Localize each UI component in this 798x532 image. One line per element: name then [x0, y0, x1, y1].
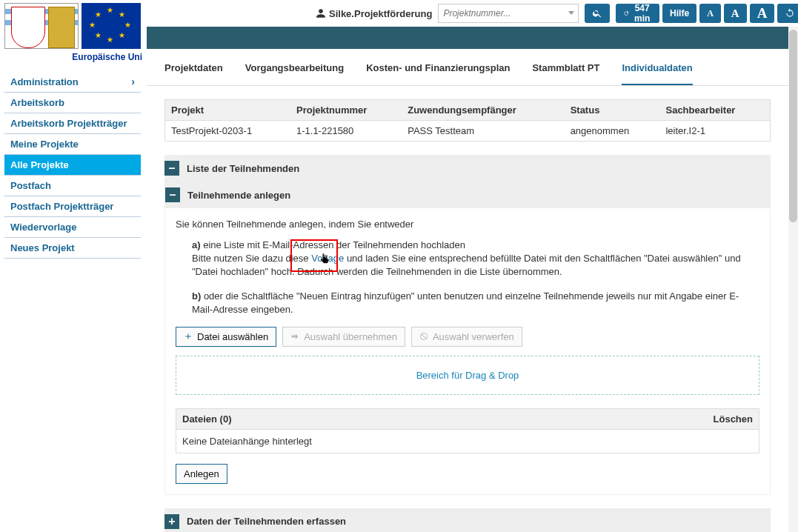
eu-label: Europäische Uni	[4, 52, 145, 62]
intro-text: Sie können Teilnehmende anlegen, indem S…	[176, 219, 759, 230]
create-button[interactable]: Anlegen	[176, 464, 227, 484]
table-row: TestProjekt-0203-1 1-1.1-221580 PASS Tes…	[165, 121, 771, 142]
accept-selection-button: Auswahl übernehmen	[282, 327, 405, 347]
panel-header: + Daten der Teilnehmenden erfassen	[164, 508, 771, 532]
cell-status: angenommen	[565, 121, 660, 142]
nav-neues-projekt[interactable]: Neues Projekt	[4, 238, 141, 259]
current-user: Silke.Projektförderung	[316, 8, 432, 19]
no-files-text: Keine Dateianhänge hinterlegt	[182, 436, 312, 447]
font-size-small-button[interactable]: A	[699, 4, 721, 23]
panel-liste-teilnehmende: – Liste der Teilnehmenden – Teilnehmende…	[164, 155, 771, 495]
help-button[interactable]: Hilfe	[662, 4, 696, 23]
nav-label: Postfach	[10, 180, 51, 191]
tab-individualdaten[interactable]: Individualdaten	[622, 59, 692, 85]
main-content: Projektdaten Vorgangsbearbeitung Kosten-…	[147, 49, 788, 532]
sub-header-bar	[147, 27, 788, 49]
reload-button[interactable]	[777, 4, 798, 23]
option-b-prefix: b)	[192, 290, 204, 302]
timer-refresh-button[interactable]: 547 min	[616, 4, 659, 23]
panel-header: – Liste der Teilnehmenden	[164, 155, 771, 182]
bavaria-coat-logo	[4, 3, 79, 49]
tab-projektdaten[interactable]: Projektdaten	[164, 59, 223, 85]
nav-label: Meine Projekte	[10, 139, 79, 150]
option-a: a) eine Liste mit E-Mail-Adressen der Te…	[192, 239, 759, 279]
font-size-large-button[interactable]: A	[750, 4, 775, 23]
timer-value: 547 min	[632, 3, 652, 24]
user-icon	[316, 8, 326, 19]
nav-label: Neues Projekt	[10, 242, 75, 253]
nav-label: Arbeitskorb	[10, 97, 64, 108]
nav-label: Postfach Projektträger	[10, 201, 113, 212]
cell-sachbearbeiter: leiter.I2-1	[659, 121, 770, 142]
btn-label: Auswahl übernehmen	[304, 331, 397, 342]
expand-toggle[interactable]: +	[164, 514, 179, 529]
option-a-line2a: Bitte nutzen Sie dazu diese	[192, 253, 311, 264]
panel-title: Liste der Teilnehmenden	[187, 163, 299, 174]
nav-administration[interactable]: Administration›	[4, 71, 141, 93]
top-bar: Silke.Projektförderung 547 min Hilfe A A…	[147, 0, 798, 27]
project-number-search[interactable]	[438, 4, 579, 23]
nav-alle-projekte[interactable]: Alle Projekte	[4, 155, 141, 176]
nav-arbeitskorb[interactable]: Arbeitskorb	[4, 93, 141, 113]
nav-label: Alle Projekte	[10, 159, 69, 170]
option-b: b) oder die Schaltfläche "Neuen Eintrag …	[192, 290, 759, 316]
panel-title: Daten der Teilnehmenden erfassen	[187, 516, 346, 527]
search-icon	[592, 8, 602, 19]
cell-empfaenger: PASS Testteam	[402, 121, 564, 142]
tab-bar: Projektdaten Vorgangsbearbeitung Kosten-…	[147, 49, 788, 86]
cell-projekt: TestProjekt-0203-1	[165, 121, 290, 142]
share-icon	[290, 332, 299, 341]
btn-label: Auswahl verwerfen	[433, 331, 514, 342]
th-sachbearbeiter: Sachbearbeiter	[659, 100, 770, 121]
drag-drop-zone[interactable]: Bereich für Drag & Drop	[176, 356, 759, 395]
files-count: Dateien (0)	[182, 413, 231, 425]
option-b-text: oder die Schaltfläche "Neuen Eintrag hin…	[192, 290, 739, 315]
refresh-icon	[623, 8, 629, 19]
project-info-table: Projekt Projektnummer Zuwendungsempfänge…	[164, 99, 771, 142]
font-size-medium-button[interactable]: A	[724, 4, 747, 23]
nav-label: Administration	[10, 76, 79, 87]
template-link[interactable]: Vorlage	[311, 253, 344, 264]
btn-label: Datei auswählen	[197, 331, 268, 342]
delete-column: Löschen	[714, 413, 753, 425]
discard-selection-button: Auswahl verwerfen	[411, 327, 522, 347]
tab-kosten[interactable]: Kosten- und Finanzierungsplan	[366, 59, 510, 85]
cancel-icon	[419, 332, 428, 341]
search-button[interactable]	[585, 4, 610, 23]
logo-area: ★★★★★★★★ Europäische Uni	[4, 3, 145, 62]
th-status: Status	[565, 100, 660, 121]
files-table-body: Keine Dateianhänge hinterlegt	[176, 430, 759, 453]
collapse-toggle[interactable]: –	[164, 161, 179, 176]
files-table-header: Dateien (0) Löschen	[176, 408, 759, 430]
user-name: Silke.Projektförderung	[329, 8, 432, 19]
nav-postfach[interactable]: Postfach	[4, 176, 141, 196]
option-a-prefix: a)	[192, 239, 203, 250]
th-projektnummer: Projektnummer	[290, 100, 402, 121]
inner-panel-header: – Teilnehmende anlegen	[165, 182, 770, 208]
nav-label: Wiedervorlage	[10, 222, 76, 233]
th-empfaenger: Zuwendungsempfänger	[402, 100, 564, 121]
collapse-toggle[interactable]: –	[165, 187, 180, 202]
scrollbar-thumb[interactable]	[789, 30, 797, 222]
sidebar-nav: Administration› Arbeitskorb Arbeitskorb …	[4, 71, 141, 259]
th-projekt: Projekt	[165, 100, 290, 121]
nav-postfach-pt[interactable]: Postfach Projektträger	[4, 196, 141, 217]
nav-wiedervorlage[interactable]: Wiedervorlage	[4, 217, 141, 238]
eu-flag-logo: ★★★★★★★★	[82, 3, 141, 49]
cell-projektnummer: 1-1.1-221580	[290, 121, 402, 142]
dropdown-caret-icon[interactable]	[568, 11, 574, 15]
select-file-button[interactable]: Datei auswählen	[176, 327, 276, 347]
nav-meine-projekte[interactable]: Meine Projekte	[4, 134, 141, 155]
option-a-line1: eine Liste mit E-Mail-Adressen der Teiln…	[203, 239, 465, 250]
nav-arbeitskorb-pt[interactable]: Arbeitskorb Projektträger	[4, 113, 141, 134]
reload-icon	[785, 8, 795, 19]
chevron-right-icon: ›	[131, 76, 135, 87]
tab-stammblatt[interactable]: Stammblatt PT	[532, 59, 599, 85]
plus-icon	[184, 332, 193, 341]
inner-panel-title: Teilnehmende anlegen	[187, 190, 290, 201]
vertical-scrollbar[interactable]	[788, 27, 798, 532]
nav-label: Arbeitskorb Projektträger	[10, 118, 127, 129]
tab-vorgangsbearbeitung[interactable]: Vorgangsbearbeitung	[245, 59, 344, 85]
panel-daten-erfassen: + Daten der Teilnehmenden erfassen	[164, 508, 771, 532]
